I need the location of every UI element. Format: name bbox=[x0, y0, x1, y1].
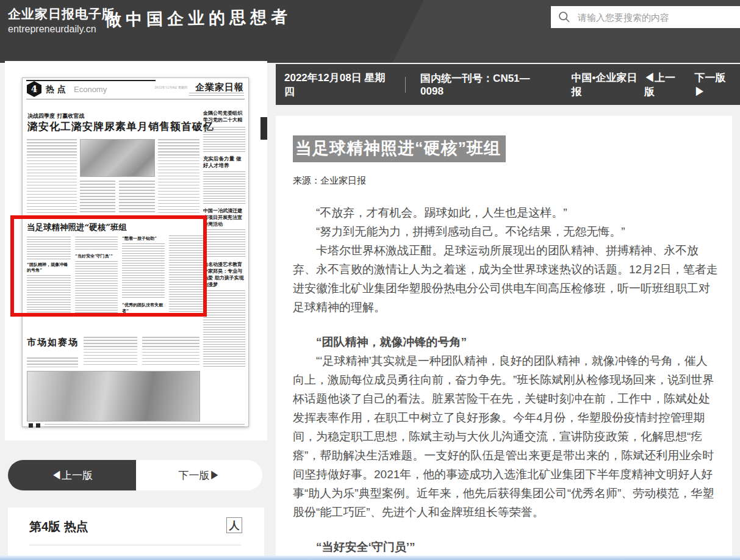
thumb-section-en: Economy bbox=[74, 85, 107, 94]
greek-text-block bbox=[27, 357, 78, 367]
article-source: 来源：企业家日报 bbox=[293, 175, 719, 187]
prev-page-link-top[interactable]: ◀上一版 bbox=[644, 71, 684, 99]
bottom-edge-strip bbox=[0, 556, 740, 560]
prev-page-button[interactable]: ◀上一版 bbox=[8, 460, 136, 490]
thumb-tower-photo bbox=[27, 371, 200, 422]
thumb-masthead-sub bbox=[189, 93, 244, 96]
issue-info-bar: 2022年12月08日 星期四 国内统一刊号：CN51—0098 中国•企业家日… bbox=[276, 64, 740, 105]
thumb-right-head-4: 知名动漫艺术教育专家郑昊：专业与热爱 助力孩子实现动漫梦 bbox=[203, 261, 246, 288]
thumb-page-badge: 4 bbox=[27, 81, 41, 97]
greek-text-block bbox=[203, 229, 245, 259]
search-icon bbox=[558, 11, 570, 23]
site-domain: entrepreneurdaily.cn bbox=[8, 24, 115, 35]
pdf-download-icon[interactable]: 人 bbox=[226, 517, 242, 533]
issue-date: 2022年12月08日 星期四 bbox=[284, 71, 390, 99]
thumb-masthead: 企業家日報 bbox=[195, 82, 244, 93]
thumb-lead-headline: 潞安化工潞安牌尿素单月销售额首破亿 bbox=[27, 120, 214, 134]
greek-text-block bbox=[119, 181, 155, 214]
site-header: 企业家日报电子版 entrepreneurdaily.cn 做中国企业的思想者 bbox=[0, 0, 740, 63]
thumb-market-headline: 市场如赛场 bbox=[27, 337, 79, 348]
greek-text-block bbox=[142, 337, 199, 367]
page-card-title: 第4版 热点 bbox=[29, 519, 88, 535]
article-paragraph: 卡塔尔世界杯激战正酣。足球运动所展现出的团队精神、拼搏精神、永不放弃、永不言败的… bbox=[293, 241, 719, 317]
greek-text-block bbox=[27, 139, 77, 214]
left-panel-scrollbar-thumb[interactable] bbox=[260, 117, 267, 140]
thumb-right-head-3: 中国一冶武清迁建房项目开展宪法宣传周活动 bbox=[203, 207, 246, 228]
thumb-footer-text bbox=[45, 424, 245, 427]
greek-text-block bbox=[203, 290, 245, 368]
thumb-rule-header bbox=[26, 99, 245, 99]
thumb-rule-top bbox=[26, 80, 156, 81]
card-divider bbox=[29, 545, 241, 545]
thumb-footer-square bbox=[36, 423, 40, 428]
article-highlight-box[interactable] bbox=[10, 215, 207, 317]
paper-brand: 中国•企业家日报 bbox=[572, 71, 644, 99]
article-subheading: “当好安全‘守门员’” bbox=[293, 537, 719, 556]
article-panel: 当足球精神照进“硬核”班组 来源：企业家日报 “不放弃，才有机会。踢球如此，人生… bbox=[276, 116, 732, 560]
greek-text-block bbox=[203, 171, 245, 206]
article-subheading: “团队精神，就像冲锋的号角” bbox=[293, 332, 719, 351]
page-list-card: 第4版 热点 人 bbox=[8, 508, 264, 560]
greek-text-block bbox=[84, 337, 137, 367]
thumb-footer-square bbox=[29, 423, 33, 428]
article-body: “不放弃，才有机会。踢球如此，人生也是这样。” “努力到无能为力，拼搏到感动自己… bbox=[293, 203, 719, 560]
newspaper-page-thumbnail[interactable]: 4 热 点 Economy 企業家日報 2022年12月8日 星期四 决战四季度… bbox=[22, 77, 249, 427]
greek-text-block bbox=[80, 181, 115, 214]
next-page-button[interactable]: 下一版▶ bbox=[136, 460, 262, 490]
greek-text-block bbox=[203, 127, 245, 154]
thumb-right-head-2: 充实后备力量 做好人才培养 bbox=[203, 156, 246, 169]
next-page-link-top[interactable]: 下一版▶ bbox=[694, 71, 734, 99]
thumb-masthead-meta: 2022年12月8日 星期四 bbox=[154, 85, 187, 89]
site-slogan: 做中国企业的思想者 bbox=[105, 5, 292, 31]
article-paragraph: “不放弃，才有机会。踢球如此，人生也是这样。” bbox=[293, 203, 719, 222]
page-root: 企业家日报电子版 entrepreneurdaily.cn 做中国企业的思想者 … bbox=[0, 0, 740, 560]
article-paragraph: “努力到无能为力，拼搏到感动自己。不论结果，无怨无悔。” bbox=[293, 222, 719, 241]
article-paragraph: “‘足球精神’其实就是一种团队精神，良好的团队精神，就像冲锋的号角，催人向上，激… bbox=[293, 351, 719, 522]
greek-text-block bbox=[158, 139, 199, 214]
article-title: 当足球精神照进“硬核”班组 bbox=[293, 135, 506, 162]
page-nav-buttons: ◀上一版 下一版▶ bbox=[8, 460, 262, 490]
vertical-divider bbox=[405, 77, 406, 93]
issue-number: 国内统一刊号：CN51—0098 bbox=[420, 71, 547, 98]
thumb-lead-photo bbox=[80, 139, 155, 177]
thumb-section-cn: 热 点 bbox=[46, 84, 66, 95]
search-input[interactable] bbox=[578, 12, 740, 23]
site-title: 企业家日报电子版 bbox=[8, 5, 115, 23]
left-sidebar: 4 热 点 Economy 企業家日報 2022年12月8日 星期四 决战四季度… bbox=[5, 61, 267, 440]
site-logo[interactable]: 企业家日报电子版 entrepreneurdaily.cn bbox=[8, 5, 115, 35]
search-box[interactable] bbox=[551, 6, 740, 28]
